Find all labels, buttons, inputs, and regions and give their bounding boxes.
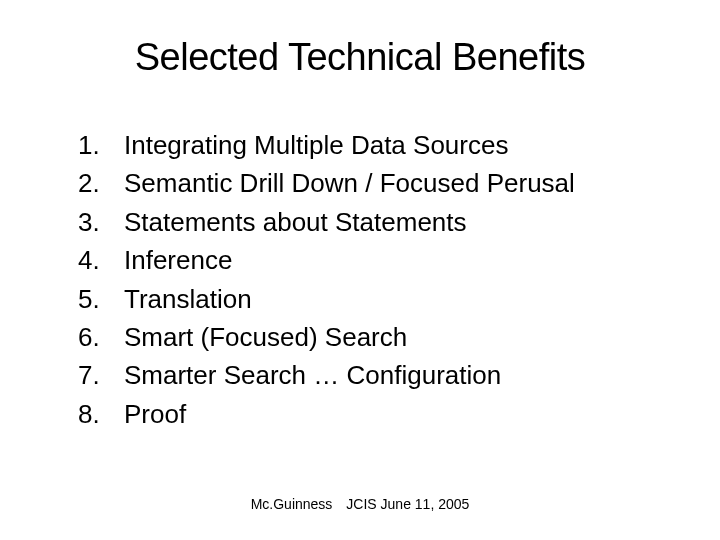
list-text: Integrating Multiple Data Sources xyxy=(124,127,670,163)
list-text: Smarter Search … Configuration xyxy=(124,357,670,393)
list-text: Semantic Drill Down / Focused Perusal xyxy=(124,165,670,201)
list-text: Statements about Statements xyxy=(124,204,670,240)
list-number: 1. xyxy=(78,127,124,163)
list-item: 1. Integrating Multiple Data Sources xyxy=(78,127,670,163)
list-text: Proof xyxy=(124,396,670,432)
slide: Selected Technical Benefits 1. Integrati… xyxy=(0,0,720,540)
list-item: 8. Proof xyxy=(78,396,670,432)
footer-author: Mc.Guinness xyxy=(251,496,333,512)
list-item: 4. Inference xyxy=(78,242,670,278)
list-number: 5. xyxy=(78,281,124,317)
list-text: Inference xyxy=(124,242,670,278)
slide-title: Selected Technical Benefits xyxy=(50,36,670,79)
list-number: 4. xyxy=(78,242,124,278)
footer-event: JCIS June 11, 2005 xyxy=(346,496,469,512)
list-number: 3. xyxy=(78,204,124,240)
list-item: 2. Semantic Drill Down / Focused Perusal xyxy=(78,165,670,201)
list-item: 6. Smart (Focused) Search xyxy=(78,319,670,355)
numbered-list: 1. Integrating Multiple Data Sources 2. … xyxy=(50,127,670,432)
slide-footer: Mc.GuinnessJCIS June 11, 2005 xyxy=(0,496,720,512)
list-number: 8. xyxy=(78,396,124,432)
list-item: 3. Statements about Statements xyxy=(78,204,670,240)
list-text: Smart (Focused) Search xyxy=(124,319,670,355)
list-number: 2. xyxy=(78,165,124,201)
list-number: 7. xyxy=(78,357,124,393)
list-number: 6. xyxy=(78,319,124,355)
list-item: 5. Translation xyxy=(78,281,670,317)
list-item: 7. Smarter Search … Configuration xyxy=(78,357,670,393)
list-text: Translation xyxy=(124,281,670,317)
